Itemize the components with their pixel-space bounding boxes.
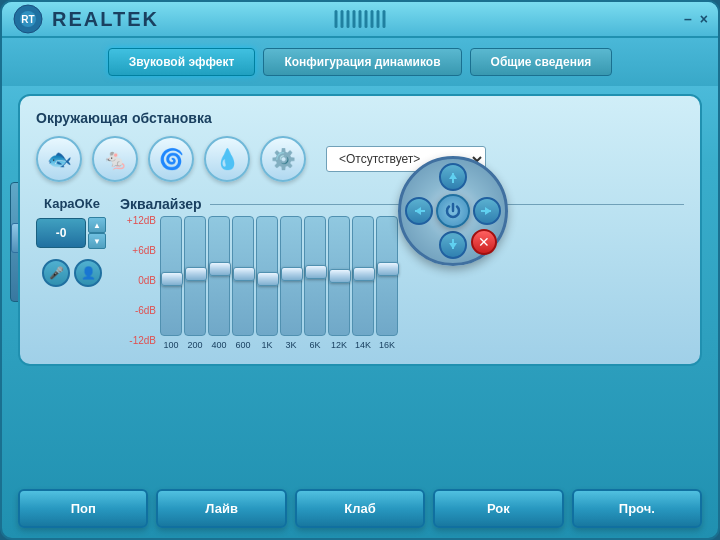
dpad-left-button[interactable] xyxy=(405,197,433,225)
slider-col-16k: 16K xyxy=(376,216,398,350)
dpad-center-power-button[interactable] xyxy=(436,194,470,228)
db-label-12n: -12dB xyxy=(124,336,156,346)
tab-speaker-config[interactable]: Конфигурация динамиков xyxy=(263,48,461,76)
dpad-close-button[interactable]: ✕ xyxy=(471,229,497,255)
environment-label: Окружающая обстановка xyxy=(36,110,684,126)
eq-slider-6k[interactable] xyxy=(304,216,326,336)
slider-col-200: 200 xyxy=(184,216,206,350)
preset-buttons-bar: Поп Лайв Клаб Рок Проч. xyxy=(18,489,702,528)
karaoke-label: КараОКе xyxy=(44,196,100,211)
slider-col-400: 400 xyxy=(208,216,230,350)
preset-club-button[interactable]: Клаб xyxy=(295,489,425,528)
freq-label-6k: 6K xyxy=(309,340,320,350)
freq-label-600: 600 xyxy=(235,340,250,350)
title-logo: RT REALTEK xyxy=(12,3,159,35)
eq-thumb-3k[interactable] xyxy=(281,267,303,281)
freq-label-12k: 12K xyxy=(331,340,347,350)
karaoke-down-arrow[interactable]: ▼ xyxy=(88,233,106,249)
eq-slider-1k[interactable] xyxy=(256,216,278,336)
db-label-6n: -6dB xyxy=(124,306,156,316)
eq-thumb-6k[interactable] xyxy=(305,265,327,279)
main-window: RT REALTEK – × Звуковой эффект Конфигура… xyxy=(0,0,720,540)
preset-other-button[interactable]: Проч. xyxy=(572,489,702,528)
dpad-right-button[interactable] xyxy=(473,197,501,225)
karaoke-mic-icon[interactable]: 🎤 xyxy=(42,259,70,287)
freq-label-3k: 3K xyxy=(285,340,296,350)
karaoke-value: -0 xyxy=(36,218,86,248)
env-icon-water[interactable]: 💧 xyxy=(204,136,250,182)
eq-main-label: Эквалайзер xyxy=(120,196,202,212)
freq-label-14k: 14K xyxy=(355,340,371,350)
freq-label-16k: 16K xyxy=(379,340,395,350)
app-title: REALTEK xyxy=(52,8,159,31)
eq-slider-14k[interactable] xyxy=(352,216,374,336)
eq-thumb-1k[interactable] xyxy=(257,272,279,286)
eq-slider-3k[interactable] xyxy=(280,216,302,336)
karaoke-person-icon[interactable]: 👤 xyxy=(74,259,102,287)
title-stripes xyxy=(335,10,386,28)
eq-slider-16k[interactable] xyxy=(376,216,398,336)
title-bar: RT REALTEK – × xyxy=(2,2,718,38)
content-area: Окружающая обстановка 🐟 🐁 🌀 💧 ⚙️ <Отсутс… xyxy=(18,94,702,366)
slider-col-3k: 3K xyxy=(280,216,302,350)
slider-col-1k: 1K xyxy=(256,216,278,350)
dpad-up-button[interactable] xyxy=(439,163,467,191)
slider-col-14k: 14K xyxy=(352,216,374,350)
close-button[interactable]: × xyxy=(700,11,708,27)
env-icon-swirl[interactable]: 🌀 xyxy=(148,136,194,182)
svg-text:RT: RT xyxy=(21,14,34,25)
minimize-button[interactable]: – xyxy=(684,11,692,27)
eq-slider-200[interactable] xyxy=(184,216,206,336)
karaoke-up-arrow[interactable]: ▲ xyxy=(88,217,106,233)
karaoke-icons: 🎤 👤 xyxy=(42,259,102,287)
eq-slider-400[interactable] xyxy=(208,216,230,336)
eq-slider-100[interactable] xyxy=(160,216,182,336)
eq-thumb-12k[interactable] xyxy=(329,269,351,283)
dpad-panel: ✕ xyxy=(398,156,508,266)
eq-sliders-container: +12dB +6dB 0dB -6dB -12dB 100 xyxy=(120,216,684,350)
tab-sound-effect[interactable]: Звуковой эффект xyxy=(108,48,256,76)
db-label-0: 0dB xyxy=(124,276,156,286)
tab-general-info[interactable]: Общие сведения xyxy=(470,48,613,76)
title-controls: – × xyxy=(684,11,708,27)
dpad-background: ✕ xyxy=(398,156,508,266)
environment-row: 🐟 🐁 🌀 💧 ⚙️ <Отсутствует> Зал Комната Тун… xyxy=(36,136,684,182)
eq-sliders: 100 200 400 xyxy=(160,216,398,350)
preset-live-button[interactable]: Лайв xyxy=(156,489,286,528)
eq-thumb-400[interactable] xyxy=(209,262,231,276)
karaoke-control: -0 ▲ ▼ xyxy=(36,217,108,249)
karaoke-arrows: ▲ ▼ xyxy=(88,217,108,249)
freq-label-200: 200 xyxy=(187,340,202,350)
freq-label-400: 400 xyxy=(211,340,226,350)
freq-label-1k: 1K xyxy=(261,340,272,350)
slider-col-100: 100 xyxy=(160,216,182,350)
eq-thumb-16k[interactable] xyxy=(377,262,399,276)
env-icon-rat[interactable]: 🐁 xyxy=(92,136,138,182)
eq-area: Эквалайзер +12dB +6dB 0dB -6dB -12dB xyxy=(120,196,684,350)
db-label-12p: +12dB xyxy=(124,216,156,226)
karaoke-section: КараОКе -0 ▲ ▼ 🎤 👤 xyxy=(36,196,108,350)
realtek-logo-icon: RT xyxy=(12,3,44,35)
env-icon-fish[interactable]: 🐟 xyxy=(36,136,82,182)
eq-slider-12k[interactable] xyxy=(328,216,350,336)
eq-db-labels: +12dB +6dB 0dB -6dB -12dB xyxy=(120,216,160,346)
eq-slider-600[interactable] xyxy=(232,216,254,336)
db-label-6p: +6dB xyxy=(124,246,156,256)
freq-label-100: 100 xyxy=(163,340,178,350)
env-icon-gear[interactable]: ⚙️ xyxy=(260,136,306,182)
eq-thumb-14k[interactable] xyxy=(353,267,375,281)
eq-thumb-600[interactable] xyxy=(233,267,255,281)
dpad-down-button[interactable] xyxy=(439,231,467,259)
slider-col-6k: 6K xyxy=(304,216,326,350)
slider-col-12k: 12K xyxy=(328,216,350,350)
slider-col-600: 600 xyxy=(232,216,254,350)
preset-pop-button[interactable]: Поп xyxy=(18,489,148,528)
eq-thumb-200[interactable] xyxy=(185,267,207,281)
eq-section: КараОКе -0 ▲ ▼ 🎤 👤 Эквалайзер xyxy=(36,196,684,350)
tab-bar: Звуковой эффект Конфигурация динамиков О… xyxy=(2,38,718,86)
preset-rock-button[interactable]: Рок xyxy=(433,489,563,528)
eq-thumb-100[interactable] xyxy=(161,272,183,286)
